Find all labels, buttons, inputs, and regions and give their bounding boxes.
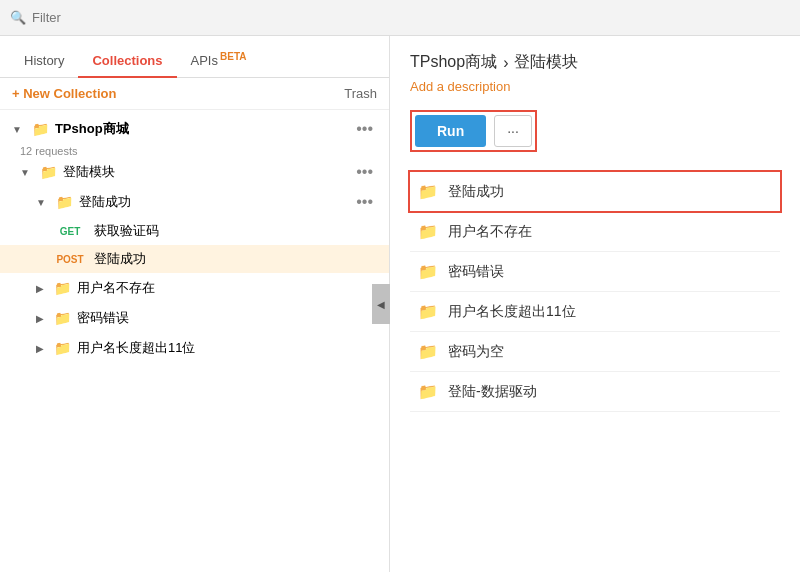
panel-folder-password-wrong[interactable]: 📁 密码错误: [410, 252, 780, 292]
more-button[interactable]: ···: [494, 115, 532, 147]
folder-name-success: 登陆成功: [79, 193, 131, 211]
folder-list: 📁 登陆成功 📁 用户名不存在 📁 密码错误 📁 用户名长度超出11位 📁: [410, 172, 780, 412]
tabs-bar: History Collections APIsBETA: [0, 36, 389, 78]
folder-menu-dots-success[interactable]: •••: [352, 193, 377, 211]
breadcrumb-collection: TPshop商城: [410, 52, 497, 73]
panel-folder-name-pwdempty: 密码为空: [448, 343, 504, 361]
folder-name-toolong: 用户名长度超出11位: [77, 339, 195, 357]
trash-button[interactable]: Trash: [344, 86, 377, 101]
chevron-down-icon-success: ▼: [36, 197, 46, 208]
chevron-right-icon-username: ▶: [36, 283, 44, 294]
collection-root: ▼ 📁 TPshop商城 ••• 12 requests ▼ 📁 登陆模块 ••…: [0, 114, 389, 363]
sidebar: History Collections APIsBETA + New Colle…: [0, 36, 390, 572]
method-badge-post: POST: [52, 254, 88, 265]
panel-folder-name-pwd: 密码错误: [448, 263, 504, 281]
folder-menu-dots-denglu[interactable]: •••: [352, 163, 377, 181]
right-panel: TPshop商城 › 登陆模块 Add a description Run ··…: [390, 36, 800, 572]
panel-folder-username-toolong[interactable]: 📁 用户名长度超出11位: [410, 292, 780, 332]
filter-input[interactable]: [32, 10, 790, 25]
request-name-verify: 获取验证码: [94, 222, 159, 240]
folder-denglu-module[interactable]: ▼ 📁 登陆模块 •••: [0, 157, 389, 187]
panel-folder-password-empty[interactable]: 📁 密码为空: [410, 332, 780, 372]
folder-icon-panel-pwdempty: 📁: [418, 342, 438, 361]
folder-icon-username: 📁: [54, 280, 71, 296]
chevron-down-icon-denglu: ▼: [20, 167, 30, 178]
folder-denglu-success[interactable]: ▼ 📁 登陆成功 •••: [0, 187, 389, 217]
panel-folder-data-driven[interactable]: 📁 登陆-数据驱动: [410, 372, 780, 412]
folder-username-notexist[interactable]: ▶ 📁 用户名不存在: [0, 273, 389, 303]
breadcrumb-folder: 登陆模块: [514, 52, 578, 73]
tab-history[interactable]: History: [10, 45, 78, 78]
request-post-login[interactable]: POST 登陆成功: [0, 245, 389, 273]
breadcrumb: TPshop商城 › 登陆模块: [410, 52, 780, 73]
collection-menu-dots[interactable]: •••: [352, 120, 377, 138]
tab-collections[interactable]: Collections: [78, 45, 176, 78]
folder-icon-pwd: 📁: [54, 310, 71, 326]
folder-password-wrong[interactable]: ▶ 📁 密码错误: [0, 303, 389, 333]
folder-icon-panel-pwd: 📁: [418, 262, 438, 281]
folder-icon-success: 📁: [56, 194, 73, 210]
panel-folder-name-username: 用户名不存在: [448, 223, 532, 241]
add-description-link[interactable]: Add a description: [410, 79, 780, 94]
collection-requests-count: 12 requests: [20, 145, 389, 157]
collection-header-tpshop[interactable]: ▼ 📁 TPshop商城 •••: [0, 114, 389, 144]
folder-icon-panel-datadriven: 📁: [418, 382, 438, 401]
request-get-verify[interactable]: GET 获取验证码: [0, 217, 389, 245]
folder-icon-panel-username: 📁: [418, 222, 438, 241]
panel-actions: Run ···: [410, 110, 780, 152]
panel-folder-denglu-success[interactable]: 📁 登陆成功: [410, 172, 780, 212]
chevron-right-icon-pwd: ▶: [36, 313, 44, 324]
new-collection-button[interactable]: + New Collection: [12, 86, 116, 101]
collapse-button[interactable]: ◀: [372, 284, 390, 324]
folder-name-denglu: 登陆模块: [63, 163, 115, 181]
sidebar-content: ▼ 📁 TPshop商城 ••• 12 requests ▼ 📁 登陆模块 ••…: [0, 110, 389, 572]
folder-icon-toolong: 📁: [54, 340, 71, 356]
method-badge-get: GET: [52, 226, 88, 237]
folder-name-pwd: 密码错误: [77, 309, 129, 327]
panel-folder-username-notexist[interactable]: 📁 用户名不存在: [410, 212, 780, 252]
sidebar-actions: + New Collection Trash: [0, 78, 389, 110]
collection-name: TPshop商城: [55, 120, 129, 138]
request-name-login: 登陆成功: [94, 250, 146, 268]
breadcrumb-separator: ›: [503, 54, 508, 72]
top-search-bar: 🔍: [0, 0, 800, 36]
folder-icon-denglu: 📁: [40, 164, 57, 180]
panel-folder-name-toolong: 用户名长度超出11位: [448, 303, 576, 321]
folder-icon-panel-toolong: 📁: [418, 302, 438, 321]
chevron-right-icon-toolong: ▶: [36, 343, 44, 354]
collapse-icon: ◀: [377, 299, 385, 310]
run-button[interactable]: Run: [415, 115, 486, 147]
search-icon: 🔍: [10, 10, 26, 25]
panel-folder-name-success: 登陆成功: [448, 183, 504, 201]
folder-icon: 📁: [32, 121, 49, 137]
chevron-down-icon: ▼: [12, 124, 22, 135]
folder-name-username: 用户名不存在: [77, 279, 155, 297]
tab-apis[interactable]: APIsBETA: [177, 43, 261, 78]
folder-username-toolong[interactable]: ▶ 📁 用户名长度超出11位: [0, 333, 389, 363]
folder-icon-panel-success: 📁: [418, 182, 438, 201]
panel-folder-name-datadriven: 登陆-数据驱动: [448, 383, 537, 401]
